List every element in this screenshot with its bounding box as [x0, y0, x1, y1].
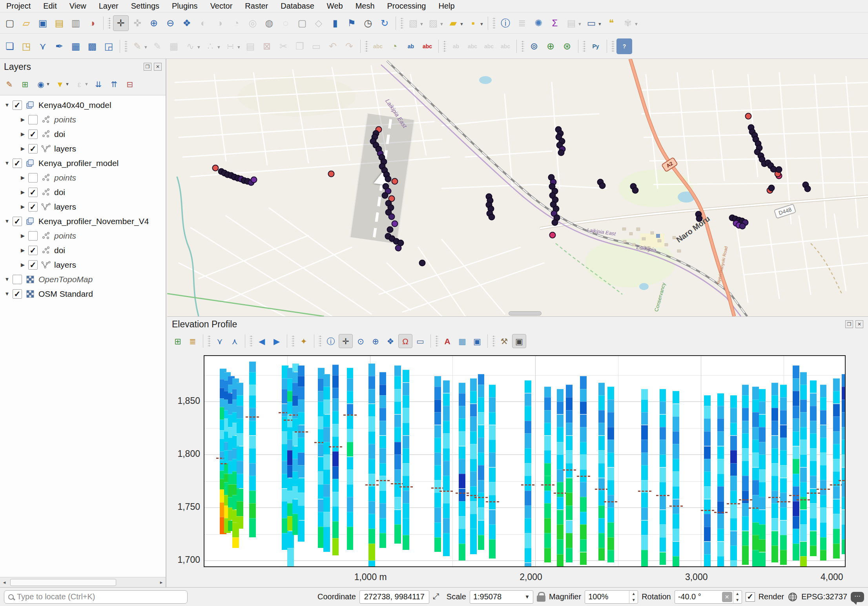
cut-features-icon[interactable]: ✂	[275, 38, 291, 54]
tree-expander-icon[interactable]: ▶	[19, 233, 27, 239]
measure-distances-icon[interactable]: ▭	[413, 334, 427, 348]
select-features-icon[interactable]: ▧▼	[405, 15, 421, 31]
layer-label[interactable]: Kenya_profiler_model	[38, 159, 119, 168]
new-shapefile-layer-icon[interactable]: ⋎	[35, 38, 51, 54]
toolbar-drag-handle[interactable]	[583, 41, 586, 52]
zoom-to-area-icon[interactable]: ◌	[278, 15, 294, 31]
layer-row-points[interactable]: ▶points	[0, 170, 166, 185]
tree-expander-icon[interactable]: ▼	[3, 276, 11, 282]
zoom-x-axis-icon[interactable]: ⊙	[354, 334, 368, 348]
toolbar-drag-handle[interactable]	[611, 41, 615, 52]
clear-results-icon[interactable]: ✦	[297, 334, 311, 348]
new-map-view-icon[interactable]: ▢	[294, 15, 310, 31]
open-attribute-table-icon[interactable]: ▤▼	[563, 15, 579, 31]
messages-icon[interactable]: ⋯	[851, 592, 864, 602]
layer-row-opentopomap[interactable]: ▼OpenTopoMap	[0, 272, 166, 287]
zoom-out-icon[interactable]: ⊖	[162, 15, 178, 31]
temporal-controller-icon[interactable]: ◷	[360, 15, 376, 31]
zoom-full-icon[interactable]: ❖	[383, 334, 398, 348]
show-spatial-bookmarks-icon[interactable]: ▮	[327, 15, 343, 31]
tree-expander-icon[interactable]: ▼	[3, 291, 11, 297]
new-print-layout-icon[interactable]: ▤	[51, 15, 67, 31]
scrollbar-thumb[interactable]	[10, 579, 116, 586]
menu-raster[interactable]: Raster	[239, 0, 274, 12]
layer-visibility-checkbox[interactable]: ✓	[13, 159, 22, 168]
menu-web[interactable]: Web	[321, 0, 349, 12]
layer-label[interactable]: Kenya40x40_model	[38, 100, 111, 110]
layer-visibility-checkbox[interactable]: ✓	[28, 188, 38, 197]
layer-visibility-checkbox[interactable]: ✓	[28, 246, 38, 255]
deselect-features-icon[interactable]: ▪▼	[465, 15, 481, 31]
tree-expander-icon[interactable]: ▶	[19, 189, 27, 195]
toolbar-drag-handle[interactable]	[108, 18, 111, 29]
tree-expander-icon[interactable]: ▶	[19, 131, 27, 137]
layer-label[interactable]: Kenya_profiler_November_V4	[38, 217, 149, 226]
layer-label[interactable]: points	[54, 115, 76, 124]
layer-label[interactable]: doi	[54, 130, 65, 139]
select-by-expression-icon[interactable]: ▰▼	[445, 15, 461, 31]
layer-label[interactable]: doi	[54, 246, 65, 255]
move-label-diagram-icon[interactable]: ab	[448, 38, 464, 54]
export-results-icon[interactable]: ▣	[470, 334, 484, 348]
elevation-profile-plot[interactable]	[204, 355, 846, 567]
menu-help[interactable]: Help	[432, 0, 461, 12]
run-last-algorithm-icon[interactable]: ✾▼	[620, 15, 636, 31]
toolbar-drag-handle[interactable]	[292, 336, 295, 347]
panel-close-icon[interactable]: ✕	[154, 63, 162, 71]
expand-all-icon[interactable]: ⇊	[92, 78, 105, 91]
layer-label[interactable]: points	[54, 231, 76, 241]
layer-row-doi[interactable]: ▶✓doi	[0, 127, 166, 141]
add-layers-icon[interactable]: ⊞	[171, 334, 185, 348]
web-service-download-icon[interactable]: ⊕	[543, 38, 558, 54]
zoom-next-icon[interactable]: ◔	[228, 15, 244, 31]
filter-legend-icon[interactable]: ▼▼	[53, 78, 67, 91]
toolbar-drag-handle[interactable]	[492, 18, 496, 29]
export-as-pdf-icon[interactable]: A	[440, 334, 454, 348]
statistics-panel-icon[interactable]: ≣	[514, 15, 530, 31]
pan-map-icon[interactable]: ✛	[113, 15, 129, 31]
delete-selected-icon[interactable]: ⊠	[259, 38, 275, 54]
tree-expander-icon[interactable]: ▶	[19, 117, 27, 122]
new-3d-map-view-icon[interactable]: ◇	[311, 15, 326, 31]
enable-snapping-icon[interactable]: Ω	[398, 334, 412, 348]
highlight-pinned-labels-icon[interactable]: abc	[419, 38, 435, 54]
scroll-right-icon[interactable]: ▸	[157, 579, 166, 585]
toolbar-drag-handle[interactable]	[124, 41, 128, 52]
identify-features-icon[interactable]: ⓘ	[324, 334, 338, 348]
export-as-image-icon[interactable]: ▦	[455, 334, 469, 348]
profile-options-icon[interactable]: ⚒	[497, 334, 511, 348]
toolbar-drag-handle[interactable]	[521, 41, 524, 52]
pan-map-to-selection-icon[interactable]: ✜	[129, 15, 145, 31]
layer-label[interactable]: points	[54, 173, 76, 183]
panel-float-icon[interactable]: ❐	[845, 320, 853, 328]
layer-row-kenya-profiler-model[interactable]: ▼✓Kenya_profiler_model	[0, 156, 166, 170]
measure-line-icon[interactable]: ▭▼	[584, 15, 599, 31]
rotation-spinbox[interactable]: -40.0 ° ✕ ▲▼	[675, 590, 742, 604]
toolbar-drag-handle[interactable]	[443, 41, 446, 52]
zoom-in-icon[interactable]: ⊕	[146, 15, 162, 31]
panel-close-icon[interactable]: ✕	[855, 320, 863, 328]
show-hide-labels-icon[interactable]: abc	[465, 38, 480, 54]
layer-visibility-checkbox[interactable]	[28, 231, 38, 241]
new-mesh-layer-icon[interactable]: ◲	[101, 38, 117, 54]
menu-view[interactable]: View	[63, 0, 93, 12]
web-search-icon[interactable]: ⊛	[559, 38, 575, 54]
coordinate-input[interactable]: 272738, 9984117	[359, 590, 429, 604]
dock-elevation-profile-icon[interactable]: ▣	[512, 334, 526, 348]
zoom-native-resolution-icon[interactable]: ◎	[245, 15, 261, 31]
layer-visibility-checkbox[interactable]	[28, 173, 38, 183]
tree-expander-icon[interactable]: ▶	[19, 247, 27, 253]
redo-icon[interactable]: ↷	[341, 38, 357, 54]
new-spatialite-layer-icon[interactable]: ▦	[68, 38, 84, 54]
save-layer-edits-icon[interactable]: ▦	[166, 38, 182, 54]
edit-pencil-icon[interactable]: ✎	[150, 38, 165, 54]
menu-project[interactable]: Project	[0, 0, 37, 12]
layer-visibility-checkbox[interactable]	[13, 275, 22, 284]
layer-row-kenya40x40-model[interactable]: ▼✓Kenya40x40_model	[0, 98, 166, 112]
map-profile-splitter-handle[interactable]	[509, 311, 542, 316]
tree-expander-icon[interactable]: ▼	[3, 218, 11, 224]
layer-visibility-checkbox[interactable]: ✓	[13, 289, 22, 299]
tree-expander-icon[interactable]: ▶	[19, 262, 27, 268]
new-virtual-layer-icon[interactable]: ▩	[84, 38, 100, 54]
scale-combobox[interactable]: 1:95078▼	[470, 590, 533, 604]
